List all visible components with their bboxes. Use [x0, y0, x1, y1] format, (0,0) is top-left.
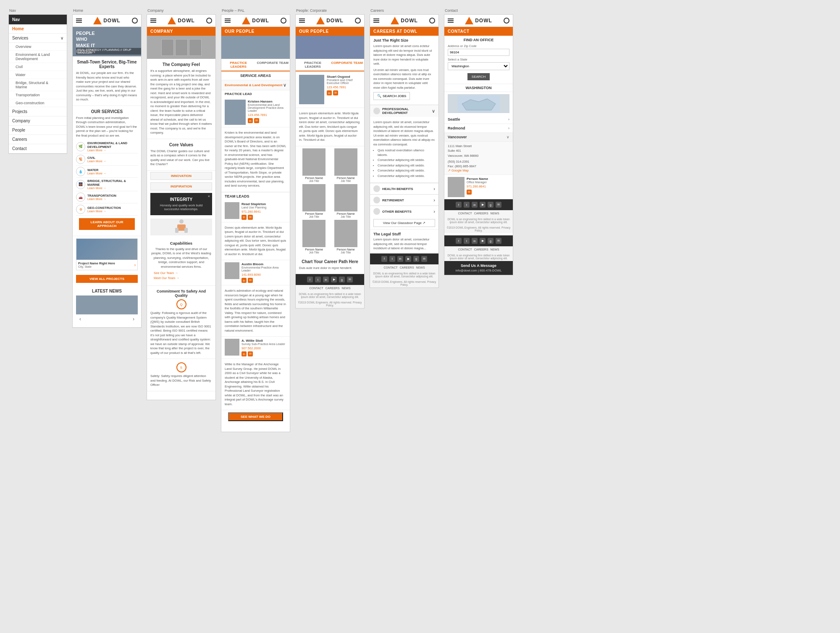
- corp-li-icon[interactable]: in: [323, 277, 329, 282]
- corp-footer-contact[interactable]: CONTACT: [309, 287, 323, 290]
- company-hamburger-icon[interactable]: [150, 18, 156, 23]
- corp-search-icon[interactable]: [355, 18, 361, 24]
- corp-tw-icon[interactable]: t: [315, 277, 321, 282]
- nav-item-home[interactable]: Home: [9, 24, 67, 34]
- learn-more-bridge[interactable]: Learn More →: [87, 187, 138, 190]
- nav-sub-bridge[interactable]: Bridge, Structural & Marine: [9, 79, 67, 91]
- corp-email-icon[interactable]: ✉: [333, 90, 338, 95]
- team-lead-1-phone[interactable]: 971.280.6641: [242, 210, 266, 214]
- careers-search-icon[interactable]: [429, 18, 435, 24]
- nav-sub-geo[interactable]: Geo-construction: [9, 99, 67, 107]
- careers-hamburger-icon[interactable]: [373, 18, 379, 23]
- learn-more-geo[interactable]: Learn More →: [87, 210, 121, 213]
- nav-item-careers[interactable]: Careers: [9, 135, 67, 144]
- corp-em-icon[interactable]: ✉: [347, 277, 353, 282]
- nav-item-contact[interactable]: Contact: [9, 144, 67, 153]
- careers-yt-icon[interactable]: ▶: [405, 256, 411, 262]
- meet-our-team-link[interactable]: Meet Our Team →: [154, 276, 209, 280]
- team-lead-3-phone[interactable]: 907.562.2000: [242, 346, 285, 350]
- location-seattle[interactable]: Seattle ›: [444, 115, 513, 124]
- location-redmond[interactable]: Redmond ›: [444, 124, 513, 133]
- tab-practice-leaders[interactable]: PRACTICE LEADERS: [221, 59, 256, 71]
- contact-footer-news[interactable]: NEWS: [491, 212, 499, 215]
- learn-more-transport[interactable]: Learn More →: [87, 198, 116, 200]
- contact-footer-contact-2[interactable]: CONTACT: [458, 248, 472, 251]
- contact-fb-icon[interactable]: f: [456, 202, 462, 208]
- env-section-header[interactable]: Environmental & Land Development ∨: [221, 80, 290, 90]
- nav-sub-civil[interactable]: Civil: [9, 63, 67, 71]
- contact-gp-icon[interactable]: g: [488, 202, 494, 208]
- learn-more-water[interactable]: Learn More →: [87, 172, 106, 175]
- contact-fb-icon-2[interactable]: f: [456, 238, 462, 244]
- accordion-inspiration-header[interactable]: INSPIRATION: [151, 183, 212, 190]
- contact-footer-contact[interactable]: CONTACT: [458, 212, 472, 215]
- contact-yt-icon[interactable]: ▶: [480, 202, 486, 208]
- careers-li-icon[interactable]: in: [397, 256, 403, 262]
- contact-person-phone[interactable]: 971.280.8641: [467, 185, 488, 188]
- corp-fb-icon[interactable]: f: [307, 277, 313, 282]
- google-map-link[interactable]: ↗ Google Map: [448, 169, 509, 172]
- tl3-linkedin-icon[interactable]: in: [242, 351, 247, 356]
- tl1-linkedin-icon[interactable]: in: [242, 215, 247, 220]
- nav-item-services[interactable]: Services ∨: [9, 34, 67, 43]
- pal-search-icon[interactable]: [281, 18, 286, 24]
- careers-tw-icon[interactable]: t: [389, 256, 395, 262]
- learn-more-env[interactable]: Learn More →: [87, 149, 138, 152]
- contact-tw-icon-2[interactable]: t: [464, 238, 470, 244]
- team-lead-2-phone[interactable]: 141.693.6090: [242, 273, 286, 277]
- address-input[interactable]: [448, 49, 509, 56]
- nav-sub-transport[interactable]: Transportation: [9, 91, 67, 99]
- tl1-email-icon[interactable]: ✉: [248, 215, 253, 220]
- corp-footer-news[interactable]: NEWS: [342, 287, 351, 290]
- company-search-icon[interactable]: [206, 18, 212, 24]
- tab-corporate-team[interactable]: CORPORATE TEAM: [256, 59, 290, 71]
- corp-tab-corporate[interactable]: CORPORATE TEAM: [330, 59, 365, 71]
- see-our-team-link[interactable]: See Our Team →: [154, 271, 209, 275]
- news-next-icon[interactable]: ›: [133, 316, 134, 322]
- accordion-other[interactable]: OTHER BENEFITS ›: [370, 206, 438, 217]
- tl2-linkedin-icon[interactable]: in: [242, 278, 247, 283]
- pal-hamburger-icon[interactable]: [225, 18, 231, 23]
- contact-em-icon[interactable]: ✉: [496, 202, 501, 208]
- contact-footer-careers[interactable]: CAREERS: [474, 212, 488, 215]
- contact-li-icon[interactable]: in: [472, 202, 478, 208]
- tl2-email-icon[interactable]: ✉: [248, 278, 253, 283]
- corp-featured-phone[interactable]: 123.456.7891: [327, 85, 361, 89]
- see-what-we-do-button[interactable]: SEE WHAT WE DO: [228, 412, 283, 421]
- contact-gp-icon-2[interactable]: g: [488, 238, 494, 244]
- contact-tw-icon[interactable]: t: [464, 202, 470, 208]
- email-icon[interactable]: ✉: [254, 118, 259, 123]
- contact-search-icon[interactable]: [504, 18, 509, 24]
- view-all-projects-button[interactable]: VIEW ALL PROJECTS: [76, 275, 138, 283]
- corp-gp-icon[interactable]: g: [339, 277, 345, 282]
- contact-em-icon-2[interactable]: ✉: [496, 238, 501, 244]
- hamburger-icon[interactable]: [76, 18, 82, 23]
- nav-item-projects[interactable]: Projects: [9, 107, 67, 116]
- tl3-email-icon[interactable]: ✉: [248, 351, 253, 356]
- nav-sub-overview[interactable]: Overview: [9, 43, 67, 51]
- contact-yt-icon-2[interactable]: ▶: [480, 238, 486, 244]
- corp-footer-careers[interactable]: CAREERS: [326, 287, 340, 290]
- accordion-innovation-header[interactable]: INNOVATION: [151, 172, 212, 179]
- nav-sub-env[interactable]: Environment & Land Development: [9, 51, 67, 63]
- corp-linkedin-icon[interactable]: in: [327, 90, 332, 95]
- careers-footer-news[interactable]: NEWS: [416, 266, 425, 269]
- practice-lead-phone[interactable]: 123.456.7891: [248, 113, 286, 117]
- location-vancouver[interactable]: Vancouver ∨: [444, 133, 513, 142]
- careers-footer-careers[interactable]: CAREERS: [400, 266, 414, 269]
- accordion-retirement[interactable]: RETIREMENT ›: [370, 194, 438, 206]
- learn-more-civil[interactable]: Learn More →: [87, 160, 106, 163]
- linkedin-icon[interactable]: in: [248, 118, 253, 123]
- search-icon[interactable]: [132, 18, 138, 24]
- accordion-prof-dev[interactable]: PROFESSIONAL DEVELOPMENT ∨: [370, 105, 438, 117]
- careers-footer-contact[interactable]: CONTACT: [383, 266, 397, 269]
- search-jobs-button[interactable]: 🔍 SEARCH JOBS: [373, 92, 410, 100]
- contact-footer-news-2[interactable]: NEWS: [491, 248, 499, 251]
- corp-hamburger-icon[interactable]: [299, 18, 305, 23]
- corp-tab-practice[interactable]: PRACTICE LEADERS: [296, 59, 330, 71]
- nav-item-company[interactable]: Company: [9, 116, 67, 126]
- careers-fb-icon[interactable]: f: [381, 256, 387, 262]
- contact-email-icon[interactable]: ✉: [467, 190, 472, 195]
- integrity-close-icon[interactable]: ×: [208, 194, 210, 198]
- nav-sub-water[interactable]: Water: [9, 71, 67, 79]
